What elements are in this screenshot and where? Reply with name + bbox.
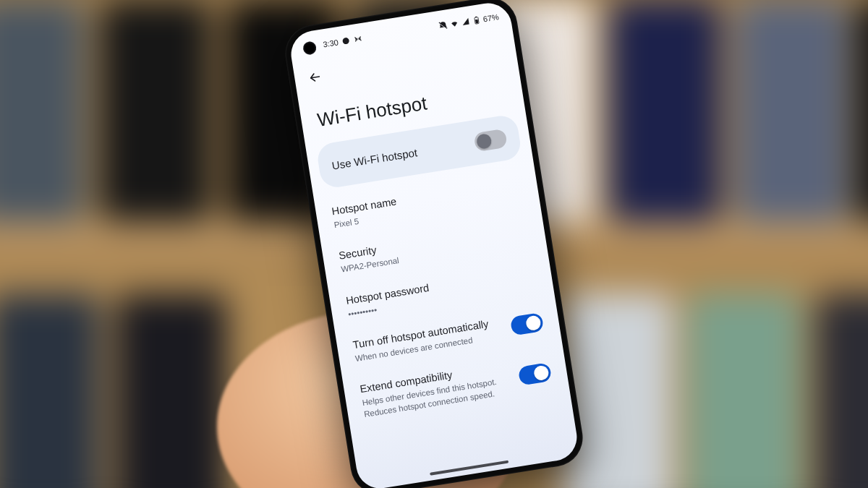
- wifi-icon: [449, 19, 459, 29]
- messenger-icon: [341, 36, 352, 46]
- home-indicator[interactable]: [430, 461, 509, 476]
- extend-compat-toggle[interactable]: [518, 362, 553, 386]
- back-button[interactable]: [299, 61, 332, 94]
- status-battery-text: 67%: [482, 12, 500, 23]
- signal-icon: [461, 17, 471, 27]
- svg-rect-5: [475, 20, 478, 24]
- use-hotspot-label: Use Wi-Fi hotspot: [331, 146, 418, 171]
- status-time: 3:30: [323, 38, 339, 48]
- use-hotspot-toggle[interactable]: [473, 129, 508, 153]
- arrow-left-icon: [307, 69, 323, 85]
- auto-off-toggle[interactable]: [510, 312, 545, 336]
- dnd-icon: [438, 20, 448, 30]
- svg-point-0: [342, 37, 349, 44]
- battery-icon: [472, 15, 481, 25]
- nfc-icon: [354, 34, 364, 44]
